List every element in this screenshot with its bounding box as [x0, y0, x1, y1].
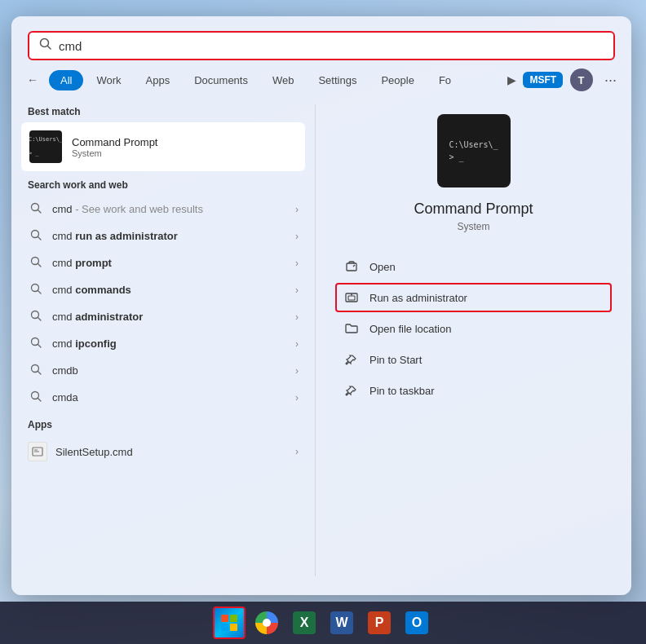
result-arrow-5: › [295, 338, 299, 350]
svg-line-9 [38, 291, 42, 294]
search-result-icon-6 [28, 364, 44, 377]
admin-icon [343, 289, 360, 306]
search-result-icon-3 [28, 283, 44, 297]
action-pin-start-label: Pin to Start [369, 354, 422, 366]
left-panel: Best match C:\Users\_ > _ Command Prompt… [11, 98, 315, 583]
excel-icon[interactable]: X [288, 607, 321, 639]
action-admin-label: Run as administrator [369, 292, 467, 304]
search-result-icon-5 [28, 337, 44, 351]
result-arrow-0: › [295, 204, 299, 215]
search-bar[interactable] [28, 31, 615, 60]
apps-result-item[interactable]: SilentSetup.cmd › [21, 435, 305, 468]
search-input[interactable] [59, 39, 604, 53]
svg-line-5 [38, 237, 42, 240]
search-result-text-2: cmd prompt [52, 257, 287, 269]
pin-icon [343, 351, 360, 368]
search-result-icon-1 [28, 229, 44, 243]
filter-tabs: ← All Work Apps Documents Web Settings P… [11, 60, 631, 91]
outlook-icon[interactable]: O [400, 607, 433, 639]
action-open-label: Open [369, 261, 396, 273]
open-icon [343, 258, 360, 275]
tab-fo[interactable]: Fo [427, 70, 462, 90]
search-result-item[interactable]: cmd run as administrator › [21, 223, 305, 249]
msft-badge: MSFT [523, 72, 563, 88]
tab-settings[interactable]: Settings [307, 70, 368, 90]
result-arrow-1: › [295, 231, 299, 242]
folder-icon [343, 320, 360, 337]
search-result-item[interactable]: cmd administrator › [21, 303, 305, 330]
back-button[interactable]: ← [21, 68, 44, 91]
search-work-web-label: Search work and web [21, 171, 305, 196]
search-result-icon-0 [28, 202, 44, 216]
result-arrow-6: › [295, 365, 299, 377]
search-result-icon-4 [28, 310, 44, 324]
svg-rect-21 [347, 263, 356, 271]
best-match-item[interactable]: C:\Users\_ > _ Command Prompt System [21, 122, 305, 171]
svg-line-3 [38, 210, 42, 214]
search-result-item[interactable]: cmd prompt › [21, 249, 305, 276]
apps-result-arrow-0: › [295, 446, 299, 457]
content-area: Best match C:\Users\_ > _ Command Prompt… [11, 98, 631, 583]
search-result-text-7: cmda [52, 391, 287, 404]
more-options-icon[interactable]: ··· [600, 70, 622, 90]
svg-rect-23 [348, 296, 355, 300]
action-list: Open Run as administrator [335, 252, 612, 405]
search-result-text-0: cmd - See work and web results [52, 203, 287, 215]
tab-all[interactable]: All [49, 70, 83, 90]
start-button[interactable] [213, 607, 246, 639]
svg-point-24 [351, 294, 352, 296]
search-result-text-6: cmdb [52, 364, 287, 377]
search-result-icon-2 [28, 256, 44, 270]
svg-line-1 [48, 46, 51, 50]
more-tabs-icon[interactable]: ▶ [507, 73, 516, 86]
tab-people[interactable]: People [369, 70, 425, 90]
search-result-item[interactable]: cmd ipconfig › [21, 330, 305, 357]
action-pin-start[interactable]: Pin to Start [335, 345, 612, 374]
pin-taskbar-icon [343, 382, 360, 399]
tab-work[interactable]: Work [85, 70, 132, 90]
search-result-item[interactable]: cmda › [21, 384, 305, 411]
best-match-label: Best match [21, 98, 305, 122]
svg-line-17 [38, 399, 42, 402]
best-match-name: Command Prompt [72, 136, 157, 148]
word-icon[interactable]: W [325, 607, 358, 639]
apps-result-text-0: SilentSetup.cmd [55, 446, 287, 458]
search-result-text-5: cmd ipconfig [52, 337, 287, 350]
silent-setup-icon [28, 442, 47, 461]
tab-web[interactable]: Web [261, 70, 306, 90]
action-pin-taskbar-label: Pin to taskbar [369, 385, 435, 397]
result-arrow-4: › [295, 311, 299, 323]
action-pin-taskbar[interactable]: Pin to taskbar [335, 376, 612, 405]
svg-line-11 [38, 318, 42, 321]
svg-line-7 [38, 264, 42, 267]
action-run-as-admin[interactable]: Run as administrator [335, 283, 612, 312]
apps-section-label: Apps [21, 411, 305, 435]
user-avatar[interactable]: T [570, 68, 593, 91]
search-icon [39, 37, 52, 54]
right-panel: C:\Users\_ > _ Command Prompt System [316, 98, 631, 583]
tab-documents[interactable]: Documents [183, 70, 259, 90]
svg-line-15 [38, 372, 42, 375]
taskbar: X W P O [0, 602, 646, 644]
result-arrow-7: › [295, 392, 299, 404]
tab-apps[interactable]: Apps [135, 70, 182, 90]
search-result-text-1: cmd run as administrator [52, 230, 287, 242]
chrome-icon[interactable] [250, 607, 283, 639]
action-open[interactable]: Open [335, 252, 612, 281]
start-menu: ← All Work Apps Documents Web Settings P… [11, 16, 631, 595]
best-match-type: System [72, 148, 157, 158]
search-result-item[interactable]: cmdb › [21, 357, 305, 384]
action-folder-label: Open file location [369, 323, 451, 335]
search-result-text-3: cmd commands [52, 284, 287, 296]
powerpoint-icon[interactable]: P [363, 607, 396, 639]
app-preview-title: Command Prompt [414, 201, 533, 218]
app-preview-icon: C:\Users\_ > _ [437, 114, 511, 187]
search-result-item[interactable]: cmd - See work and web results › [21, 196, 305, 223]
result-arrow-2: › [295, 258, 299, 269]
action-open-file-location[interactable]: Open file location [335, 314, 612, 343]
svg-line-13 [38, 345, 42, 348]
result-arrow-3: › [295, 285, 299, 296]
search-result-item[interactable]: cmd commands › [21, 276, 305, 303]
cmd-icon: C:\Users\_ > _ [29, 130, 62, 163]
best-match-info: Command Prompt System [72, 136, 157, 158]
